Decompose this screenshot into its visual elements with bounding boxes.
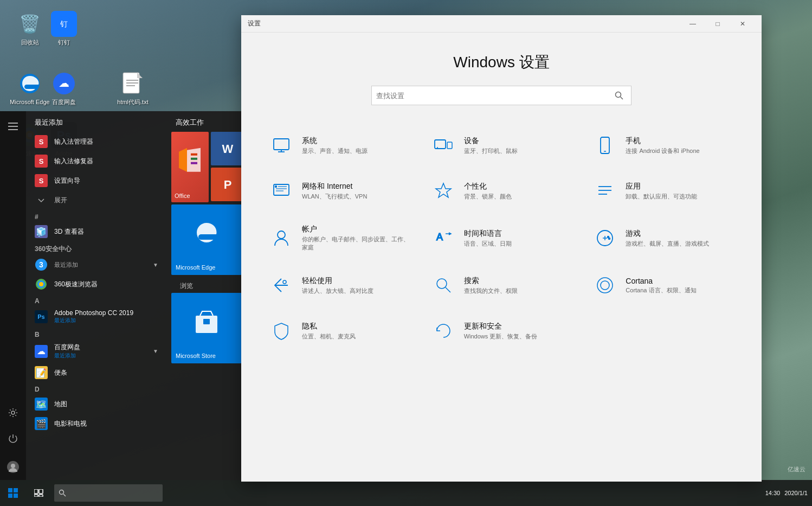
section-hash: # bbox=[26, 210, 167, 222]
360browser-list-icon bbox=[35, 278, 48, 291]
settings-item-phone[interactable]: 手机 连接 Android 设备和 iPhone bbox=[587, 125, 740, 166]
settings-item-devices[interactable]: 设备 蓝牙、打印机、鼠标 bbox=[425, 125, 578, 166]
time-subtitle: 语音、区域、日期 bbox=[464, 240, 512, 248]
gaming-text: 游戏 游戏栏、截屏、直播、游戏模式 bbox=[626, 229, 709, 248]
360safe-recently: 最近添加 bbox=[54, 261, 78, 269]
user-avatar-button[interactable] bbox=[2, 456, 24, 478]
privacy-title: 隐私 bbox=[302, 322, 356, 331]
settings-item-accounts[interactable]: 帐户 你的帐户、电子邮件、同步设置、工作、家庭 bbox=[263, 216, 416, 260]
taskbar-search-bar[interactable] bbox=[54, 484, 163, 502]
settings-search-input[interactable] bbox=[376, 92, 611, 100]
tile-word[interactable]: W bbox=[211, 132, 244, 165]
tile-ppt[interactable]: P bbox=[211, 168, 244, 201]
svg-point-76 bbox=[60, 490, 64, 495]
3d-viewer-label: 3D 查看器 bbox=[54, 227, 84, 236]
network-icon bbox=[269, 179, 293, 203]
accounts-subtitle: 你的帐户、电子邮件、同步设置、工作、家庭 bbox=[302, 235, 410, 252]
app-item-input-manager[interactable]: S 输入法管理器 bbox=[26, 132, 167, 151]
settings-item-personalization[interactable]: 个性化 背景、锁屏、颜色 bbox=[425, 170, 578, 212]
search-title: 搜索 bbox=[464, 276, 518, 286]
power-sidebar-button[interactable] bbox=[2, 428, 24, 450]
settings-item-gaming[interactable]: 游戏 游戏栏、截屏、直播、游戏模式 bbox=[587, 216, 740, 260]
settings-item-update[interactable]: 更新和安全 Windows 更新、恢复、备份 bbox=[425, 310, 578, 351]
time-text: 时间和语言 语音、区域、日期 bbox=[464, 229, 512, 248]
svg-rect-69 bbox=[14, 488, 18, 492]
settings-titlebar: 设置 — □ ✕ bbox=[241, 15, 762, 33]
gaming-title: 游戏 bbox=[626, 229, 709, 239]
movies-icon: 🎬 bbox=[35, 417, 48, 430]
settings-sidebar-button[interactable] bbox=[2, 402, 24, 424]
settings-window-title: 设置 bbox=[248, 19, 261, 28]
app-item-setup-guide[interactable]: S 设置向导 bbox=[26, 171, 167, 190]
maximize-button[interactable]: □ bbox=[705, 15, 730, 33]
update-subtitle: Windows 更新、恢复、备份 bbox=[464, 332, 538, 341]
settings-search-icon-button[interactable] bbox=[611, 88, 627, 103]
baidu-list-icon: ☁ bbox=[35, 345, 48, 358]
settings-item-search[interactable]: 搜索 查找我的文件、权限 bbox=[425, 265, 578, 306]
search-settings-icon bbox=[431, 273, 455, 297]
app-item-movies[interactable]: 🎬 电影和电视 bbox=[26, 414, 167, 433]
devices-subtitle: 蓝牙、打印机、鼠标 bbox=[464, 147, 518, 155]
expand-icon bbox=[35, 194, 48, 207]
svg-text:P: P bbox=[224, 178, 232, 191]
tile-edge[interactable]: Microsoft Edge bbox=[171, 204, 242, 275]
devices-text: 设备 蓝牙、打印机、鼠标 bbox=[464, 136, 518, 155]
app-item-360browser[interactable]: 360极速浏览器 bbox=[26, 274, 167, 294]
cortana-subtitle: Cortana 语言、权限、通知 bbox=[626, 286, 696, 294]
htmlfile-icon bbox=[120, 71, 146, 97]
settings-item-privacy[interactable]: 隐私 位置、相机、麦克风 bbox=[263, 310, 416, 351]
expand-button[interactable]: 展开 bbox=[26, 190, 167, 210]
baidu-expand: ▼ bbox=[153, 348, 158, 354]
app-item-maps[interactable]: 🗺️ 地图 bbox=[26, 394, 167, 414]
svg-rect-40 bbox=[274, 139, 289, 150]
taskview-button[interactable] bbox=[26, 480, 52, 506]
tile-ms-store[interactable]: Microsoft Store bbox=[171, 293, 242, 363]
settings-item-cortana[interactable]: Cortana Cortana 语言、权限、通知 bbox=[587, 265, 740, 306]
svg-point-67 bbox=[601, 281, 609, 290]
section-b: B bbox=[26, 328, 167, 340]
input-repair-label: 输入法修复器 bbox=[54, 157, 93, 166]
settings-content: Windows 设置 系统 显示、声音、通知、电源 bbox=[241, 33, 762, 482]
settings-item-network[interactable]: 网络和 Internet WLAN、飞行模式、VPN bbox=[263, 170, 416, 212]
settings-window: 设置 — □ ✕ Windows 设置 bbox=[241, 15, 762, 482]
taskbar: 14:30 2020/1/1 bbox=[0, 480, 812, 506]
section-d: D bbox=[26, 382, 167, 394]
system-subtitle: 显示、声音、通知、电源 bbox=[302, 147, 368, 155]
app-item-baidunetdisk[interactable]: ☁ 百度网盘 最近添加 ▼ bbox=[26, 340, 167, 363]
start-button[interactable] bbox=[0, 480, 26, 506]
settings-item-ease[interactable]: 轻松使用 讲述人、放大镜、高对比度 bbox=[263, 265, 416, 306]
settings-item-apps[interactable]: 应用 卸载、默认应用、可选功能 bbox=[587, 170, 740, 212]
app-item-photoshop[interactable]: Ps Adobe Photoshop CC 2019 最近添加 bbox=[26, 306, 167, 328]
desktop-icon-baidu[interactable]: ☁ 百度网盘 bbox=[42, 71, 86, 106]
cortana-title: Cortana bbox=[626, 277, 696, 285]
personalization-text: 个性化 背景、锁屏、颜色 bbox=[464, 182, 512, 201]
desktop-icon-htmlfile[interactable]: html代码.txt bbox=[111, 71, 154, 106]
settings-item-time[interactable]: A 时间和语言 语音、区域、日期 bbox=[425, 216, 578, 260]
accounts-title: 帐户 bbox=[302, 225, 410, 234]
system-text: 系统 显示、声音、通知、电源 bbox=[302, 136, 368, 155]
close-button[interactable]: ✕ bbox=[730, 15, 755, 33]
minimize-button[interactable]: — bbox=[680, 15, 705, 33]
desktop-icon-dingding[interactable]: 钉 钉钉 bbox=[42, 11, 86, 46]
photoshop-list-icon: Ps bbox=[35, 310, 48, 323]
network-title: 网络和 Internet bbox=[302, 182, 367, 191]
cortana-icon bbox=[593, 273, 617, 297]
app-item-3d-viewer[interactable]: 🧊 3D 查看器 bbox=[26, 222, 167, 241]
app-item-input-repair[interactable]: S 输入法修复器 bbox=[26, 151, 167, 171]
svg-rect-17 bbox=[8, 129, 18, 130]
section-a-360: 360安全中心 bbox=[26, 241, 167, 255]
svg-point-18 bbox=[11, 411, 15, 414]
ease-subtitle: 讲述人、放大镜、高对比度 bbox=[302, 287, 373, 295]
tile-office[interactable]: Office bbox=[171, 132, 209, 202]
phone-text: 手机 连接 Android 设备和 iPhone bbox=[626, 136, 699, 155]
hamburger-menu-button[interactable] bbox=[2, 116, 24, 137]
app-item-notes[interactable]: 📝 便条 bbox=[26, 363, 167, 382]
app-item-360safe[interactable]: 3 最近添加 ▼ bbox=[26, 255, 167, 274]
svg-point-56 bbox=[278, 231, 285, 239]
personalization-title: 个性化 bbox=[464, 182, 512, 191]
3d-viewer-icon: 🧊 bbox=[35, 225, 48, 238]
svg-rect-75 bbox=[39, 495, 43, 497]
watermark: 亿速云 bbox=[788, 465, 805, 473]
svg-rect-44 bbox=[447, 142, 452, 149]
settings-item-system[interactable]: 系统 显示、声音、通知、电源 bbox=[263, 125, 416, 166]
